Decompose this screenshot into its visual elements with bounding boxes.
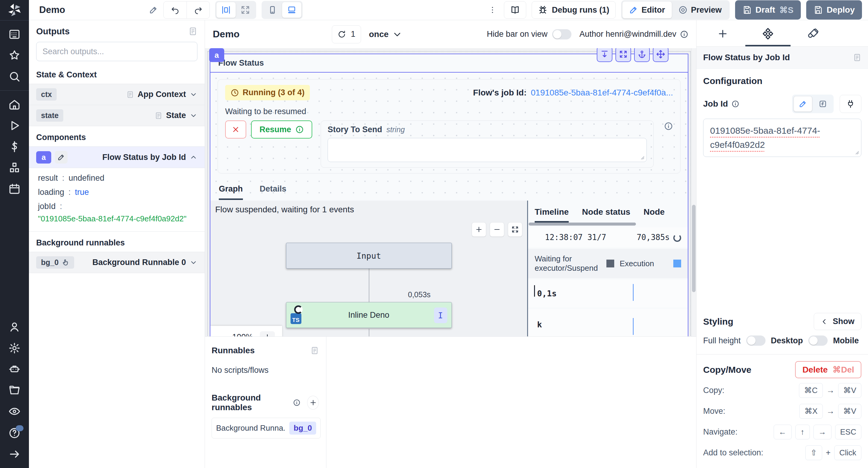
centered-layout-button[interactable] [216,2,236,18]
expand-down-button[interactable] [597,48,613,62]
node-input[interactable]: Input [286,243,452,269]
ctx-doc-icon[interactable] [126,90,134,99]
anchor-button[interactable] [634,48,650,62]
zoom-out-control[interactable] [218,333,225,336]
flow-status-component[interactable]: a Flow Status [210,54,688,336]
device-style-toggle[interactable] [808,335,828,346]
resize-handle-icon[interactable] [639,155,645,160]
schedules-icon[interactable] [8,183,21,195]
component-id-tag[interactable]: a [209,48,224,62]
chevron-down-icon[interactable] [190,91,197,98]
add-bg-runnable-button[interactable] [307,396,319,409]
story-textarea[interactable] [328,138,647,162]
tab-details[interactable]: Details [260,184,287,200]
outputs-doc-icon[interactable] [188,26,197,36]
ctx-row[interactable]: ctx App Context [29,84,205,105]
info-icon[interactable] [664,122,673,131]
canvas-vscrollbar[interactable] [691,48,696,336]
state-row[interactable]: state State [29,105,205,126]
runs-icon[interactable] [8,120,21,132]
debug-runs-button[interactable]: Debug runs (1) [532,1,616,19]
zoom-in-button[interactable] [472,222,486,237]
full-height-toggle[interactable] [746,335,766,346]
tab-graph[interactable]: Graph [219,184,243,200]
runnable-detail-empty [327,337,696,468]
docs-button[interactable] [504,1,526,19]
chevron-down-icon[interactable] [190,259,197,267]
mobile-view-button[interactable] [263,2,282,18]
rename-app-icon[interactable] [149,5,158,14]
state-doc-icon[interactable] [155,111,162,120]
move-button[interactable] [653,48,669,62]
draft-button[interactable]: Draft ⌘S [735,0,801,20]
preview-tab[interactable]: Preview [672,1,728,19]
eval-input-button[interactable] [813,96,832,112]
edit-id-icon[interactable] [55,151,67,164]
chevron-up-icon[interactable] [190,153,197,161]
runnables-doc-icon[interactable] [310,346,319,355]
deploy-button[interactable]: Deploy [806,0,862,20]
node-inline-deno[interactable]: TS Inline Deno I [286,302,452,328]
desktop-view-button[interactable] [282,2,301,18]
info-icon[interactable] [732,100,739,108]
timeline-hscrollbar[interactable] [529,223,687,226]
tab-node-definition[interactable]: Node [644,207,664,223]
kv-jobid[interactable]: jobId : [38,199,197,213]
home-icon[interactable] [8,98,21,110]
search-outputs-input[interactable] [36,42,197,61]
jobid-textarea[interactable]: 0191085e-5baa-81ef-4774- c9ef4f0a92d2 [703,119,861,157]
tab-node-status[interactable]: Node status [582,207,630,223]
undo-button[interactable] [164,1,187,19]
star-icon[interactable] [8,49,21,61]
resume-button[interactable]: Resume [251,121,312,138]
jobid-string-value[interactable]: "0191085e-5baa-81ef-4774-c9ef4f0a92d2" [38,213,197,226]
help-icon[interactable] [8,427,21,439]
workers-icon[interactable] [8,363,21,375]
kv-result[interactable]: result : undefined [38,171,197,185]
cancel-suspend-button[interactable] [225,121,246,138]
tab-global-styling[interactable] [790,28,836,46]
spinner-icon [673,234,681,242]
tab-component-settings[interactable] [745,28,790,46]
tab-insert-component[interactable] [700,28,745,46]
kv-loading[interactable]: loading : true [38,185,197,199]
more-menu-icon[interactable] [487,6,498,14]
windmill-logo[interactable] [0,0,29,20]
zoom-in-control[interactable] [260,331,275,336]
fullscreen-button[interactable] [615,48,631,62]
fit-view-button[interactable] [508,222,522,237]
zoom-out-button[interactable] [490,222,504,237]
refresh-group[interactable]: 1 [332,25,361,43]
info-icon[interactable] [293,398,301,407]
folders-icon[interactable] [8,384,21,396]
schedule-dropdown[interactable]: once [369,30,402,39]
apps-icon[interactable] [8,28,21,40]
flow-jobid-link[interactable]: 0191085e-5baa-81ef-4774-c9ef4f0a... [531,88,673,98]
draft-kbd: ⌘S [779,5,794,15]
full-width-layout-button[interactable] [236,2,255,18]
resize-handle-icon[interactable] [854,149,859,155]
variables-icon[interactable] [8,141,21,153]
tab-timeline[interactable]: Timeline [535,207,569,223]
search-icon[interactable] [8,70,21,82]
user-icon[interactable] [8,321,21,333]
flow-graph[interactable]: Flow suspended, waiting for 1 events Inp… [210,201,527,336]
component-a-row[interactable]: a Flow Status by Job Id [29,146,205,168]
component-doc-icon[interactable] [853,53,861,62]
audit-icon[interactable] [8,405,21,417]
redo-button[interactable] [187,1,210,19]
hide-bar-toggle[interactable] [552,29,571,39]
editor-tab[interactable]: Editor [622,1,672,19]
chevron-down-icon[interactable] [190,112,197,120]
settings-icon[interactable] [8,342,21,354]
bg-runnable-card[interactable]: Background Runna... bg_0 [212,418,321,438]
info-icon[interactable] [680,30,688,38]
bg0-row[interactable]: bg_0 Background Runnable 0 [29,252,205,273]
show-styling-button[interactable]: Show [814,313,861,330]
collapse-rail-icon[interactable] [8,448,21,460]
delete-component-button[interactable]: Delete ⌘Del [795,361,861,378]
app-canvas[interactable]: a Flow Status [205,48,696,336]
connect-input-button[interactable] [840,95,861,113]
resources-icon[interactable] [8,162,21,174]
static-input-button[interactable] [794,96,812,112]
